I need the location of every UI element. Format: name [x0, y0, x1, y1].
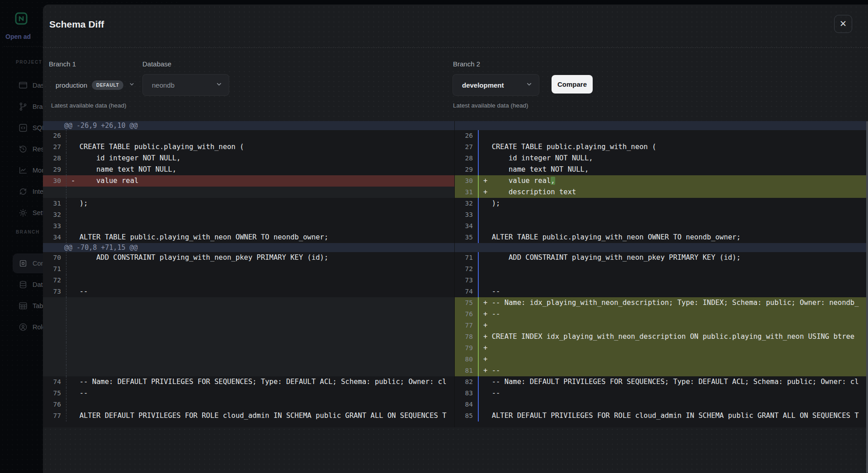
line-number: 34: [43, 232, 66, 243]
diff-marker: +: [483, 309, 492, 320]
hunk-header-text: [455, 121, 476, 130]
line-number: 78: [455, 331, 478, 342]
hunk-header-row: @@ -26,9 +26,10 @@: [43, 121, 454, 130]
line-number: 85: [455, 410, 478, 421]
line-number: 71: [455, 252, 478, 263]
diff-row: 85ALTER DEFAULT PRIVILEGES FOR ROLE clou…: [455, 410, 868, 421]
diff-row: 81+--: [455, 365, 868, 376]
line-number: 73: [455, 275, 478, 286]
line-number: 27: [43, 141, 66, 153]
code-line: [66, 275, 454, 286]
diff-row: [43, 309, 454, 320]
diff-row: [43, 320, 454, 331]
line-number: 32: [43, 209, 66, 220]
diff-row: 78+CREATE INDEX idx_playing_with_neon_de…: [455, 331, 868, 342]
branch2-label: Branch 2: [453, 60, 480, 68]
diff-marker: +: [483, 297, 492, 309]
line-number: 31: [43, 198, 66, 209]
code-line: --: [66, 286, 454, 297]
code-line: +--: [479, 309, 868, 320]
line-number: 32: [455, 198, 478, 209]
code-line: +-- Name: idx_playing_with_neon_descript…: [479, 297, 868, 309]
chevron-down-icon: [129, 81, 135, 89]
code-line: [66, 309, 454, 320]
line-number: 75: [455, 297, 478, 309]
diff-row: 71 ADD CONSTRAINT playing_with_neon_pkey…: [455, 252, 868, 263]
diff-row: 77ALTER DEFAULT PRIVILEGES FOR ROLE clou…: [43, 410, 454, 421]
line-number: 76: [43, 399, 66, 410]
code-line: +: [479, 354, 868, 365]
close-button[interactable]: ✕: [834, 15, 852, 33]
diff-row: 70 ADD CONSTRAINT playing_with_neon_pkey…: [43, 252, 454, 263]
code-line: +: [479, 342, 868, 354]
branch2-select[interactable]: development: [453, 74, 539, 96]
line-number: 33: [43, 220, 66, 232]
line-number: 29: [43, 164, 66, 175]
code-line: - value real: [66, 175, 454, 187]
hunk-header-text: [455, 243, 476, 252]
code-line: [479, 220, 868, 232]
code-line: );: [66, 198, 454, 209]
diff-marker: -: [71, 175, 80, 187]
diff-row: 76+--: [455, 309, 868, 320]
code-line: name text NOT NULL,: [66, 164, 454, 175]
diff-row: [43, 365, 454, 376]
code-line: [479, 263, 868, 275]
diff-row: 74-- Name: DEFAULT PRIVILEGES FOR SEQUEN…: [43, 376, 454, 388]
line-number: [43, 365, 66, 376]
compare-button[interactable]: Compare: [552, 75, 593, 94]
line-number: 28: [455, 153, 478, 164]
diff-row: 28 id integer NOT NULL,: [43, 153, 454, 164]
branch2-value: development: [462, 81, 504, 89]
word-diff-highlight: ,: [551, 177, 555, 185]
code-line: [66, 209, 454, 220]
line-number: 26: [43, 130, 66, 141]
diff-row: [43, 354, 454, 365]
code-line: +CREATE INDEX idx_playing_with_neon_desc…: [479, 331, 868, 342]
chevron-down-icon: [526, 81, 533, 89]
database-label: Database: [142, 60, 171, 68]
diff-pane-branch1: @@ -26,9 +26,10 @@2627CREATE TABLE publi…: [43, 121, 454, 427]
diff-row: 33: [455, 209, 868, 220]
line-number: 72: [455, 263, 478, 275]
line-number: 80: [455, 354, 478, 365]
diff-row: 26: [455, 130, 868, 141]
line-number: 74: [43, 376, 66, 388]
line-number: 81: [455, 365, 478, 376]
diff-row: 27CREATE TABLE public.playing_with_neon …: [455, 141, 868, 153]
diff-row: 73--: [43, 286, 454, 297]
hunk-header-text: @@ -26,9 +26,10 @@: [43, 121, 138, 130]
code-line: id integer NOT NULL,: [66, 153, 454, 164]
code-line: ADD CONSTRAINT playing_with_neon_pkey PR…: [479, 252, 868, 263]
chevron-down-icon: [216, 81, 222, 89]
line-number: [43, 342, 66, 354]
line-number: 73: [43, 286, 66, 297]
code-line: [479, 399, 868, 410]
branch1-label: Branch 1: [49, 60, 76, 68]
line-number: 71: [43, 263, 66, 275]
line-number: 72: [43, 275, 66, 286]
line-number: 34: [455, 220, 478, 232]
code-line: [66, 263, 454, 275]
database-value: neondb: [152, 81, 175, 89]
line-number: 27: [455, 141, 478, 153]
branch1-select[interactable]: production DEFAULT: [47, 74, 141, 96]
diff-row: 84: [455, 399, 868, 410]
code-line: [66, 342, 454, 354]
database-select[interactable]: neondb: [142, 74, 229, 96]
close-icon: ✕: [840, 19, 847, 28]
diff-row: 28 id integer NOT NULL,: [455, 153, 868, 164]
line-number: 33: [455, 209, 478, 220]
line-number: 30: [43, 175, 66, 187]
diff-row: 29 name text NOT NULL,: [43, 164, 454, 175]
line-number: 30: [455, 175, 478, 187]
code-line: CREATE TABLE public.playing_with_neon (: [479, 141, 868, 153]
code-line: -- Name: DEFAULT PRIVILEGES FOR SEQUENCE…: [66, 376, 454, 388]
line-number: 28: [43, 153, 66, 164]
code-line: [66, 354, 454, 365]
page-scrollbar[interactable]: [866, 121, 868, 473]
schema-diff-modal: Schema Diff ✕ Branch 1 Database Branch 2…: [43, 5, 868, 473]
diff-row: 29 name text NOT NULL,: [455, 164, 868, 175]
code-line: --: [66, 388, 454, 399]
code-line: ALTER DEFAULT PRIVILEGES FOR ROLE cloud_…: [66, 410, 454, 421]
